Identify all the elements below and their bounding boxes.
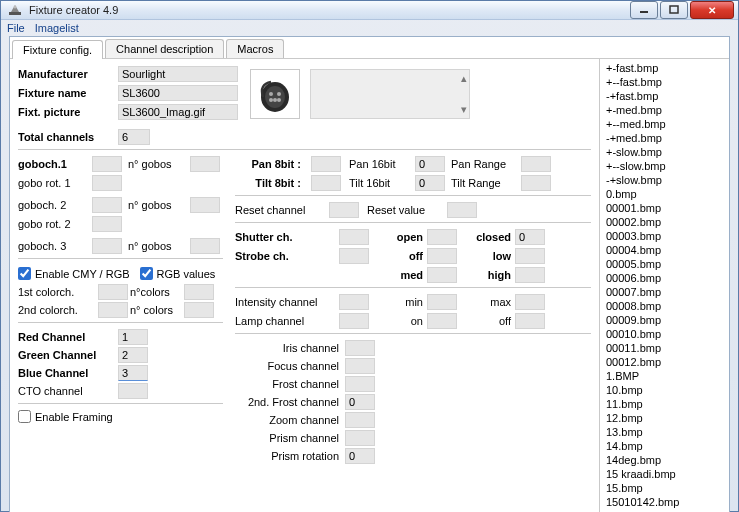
label-focus-ch: Focus channel bbox=[235, 360, 345, 372]
list-item[interactable]: 1.BMP bbox=[600, 369, 729, 383]
closed-input[interactable]: 0 bbox=[515, 229, 545, 245]
strobe-med-input[interactable] bbox=[427, 267, 457, 283]
blue-channel-input[interactable]: 3 bbox=[118, 365, 148, 381]
list-item[interactable]: 13.bmp bbox=[600, 425, 729, 439]
list-item[interactable]: 11.bmp bbox=[600, 397, 729, 411]
lamp-on-input[interactable] bbox=[427, 313, 457, 329]
reset-value-input[interactable] bbox=[447, 202, 477, 218]
tilt16-input[interactable]: 0 bbox=[415, 175, 445, 191]
ncolors2-input[interactable] bbox=[184, 302, 214, 318]
prism-ch-input[interactable] bbox=[345, 430, 375, 446]
list-item[interactable]: 00012.bmp bbox=[600, 355, 729, 369]
frost2-ch-input[interactable]: 0 bbox=[345, 394, 375, 410]
prism-rot-input[interactable]: 0 bbox=[345, 448, 375, 464]
list-item[interactable]: +--fast.bmp bbox=[600, 75, 729, 89]
pan8-input[interactable] bbox=[311, 156, 341, 172]
list-item[interactable]: 00010.bmp bbox=[600, 327, 729, 341]
menu-file[interactable]: File bbox=[7, 22, 25, 34]
list-item[interactable]: +-med.bmp bbox=[600, 103, 729, 117]
textarea-down-icon[interactable]: ▾ bbox=[461, 103, 467, 116]
list-item[interactable]: 00002.bmp bbox=[600, 215, 729, 229]
green-channel-input[interactable]: 2 bbox=[118, 347, 148, 363]
list-item[interactable]: 15010142.bmp bbox=[600, 495, 729, 509]
shutter-ch-input[interactable] bbox=[339, 229, 369, 245]
lamp-off-input[interactable] bbox=[515, 313, 545, 329]
enable-cmy-checkbox[interactable]: Enable CMY / RGB bbox=[18, 267, 130, 280]
tiltrange-input[interactable] bbox=[521, 175, 551, 191]
label-tilt16: Tilt 16bit bbox=[349, 177, 409, 189]
open-input[interactable] bbox=[427, 229, 457, 245]
list-item[interactable]: 00011.bmp bbox=[600, 341, 729, 355]
second-colorch-input[interactable] bbox=[98, 302, 128, 318]
fixt-picture-input[interactable]: SL3600_Imag.gif bbox=[118, 104, 238, 120]
enable-framing-checkbox[interactable]: Enable Framing bbox=[18, 410, 223, 423]
rgb-values-checkbox[interactable]: RGB values bbox=[140, 267, 216, 280]
strobe-high-input[interactable] bbox=[515, 267, 545, 283]
list-item[interactable]: 12.bmp bbox=[600, 411, 729, 425]
ngobos3-input[interactable] bbox=[190, 238, 220, 254]
list-item[interactable]: -+slow.bmp bbox=[600, 173, 729, 187]
list-item[interactable]: 00001.bmp bbox=[600, 201, 729, 215]
intensity-ch-input[interactable] bbox=[339, 294, 369, 310]
maximize-button[interactable] bbox=[660, 1, 688, 19]
manufacturer-input[interactable]: Sourlight bbox=[118, 66, 238, 82]
pan16-input[interactable]: 0 bbox=[415, 156, 445, 172]
goborot2-input[interactable] bbox=[92, 216, 122, 232]
list-item[interactable]: 14deg.bmp bbox=[600, 453, 729, 467]
strobe-off-input[interactable] bbox=[427, 248, 457, 264]
list-item[interactable]: 15 kraadi.bmp bbox=[600, 467, 729, 481]
strobe-ch-input[interactable] bbox=[339, 248, 369, 264]
close-button[interactable]: ✕ bbox=[690, 1, 734, 19]
list-item[interactable]: 0.bmp bbox=[600, 187, 729, 201]
list-item[interactable]: 00006.bmp bbox=[600, 271, 729, 285]
list-item[interactable]: 15.bmp bbox=[600, 481, 729, 495]
list-item[interactable]: 00007.bmp bbox=[600, 285, 729, 299]
reset-channel-input[interactable] bbox=[329, 202, 359, 218]
list-item[interactable]: 00008.bmp bbox=[600, 299, 729, 313]
list-item[interactable]: 10.bmp bbox=[600, 383, 729, 397]
list-item[interactable]: -+med.bmp bbox=[600, 131, 729, 145]
ngobos2-input[interactable] bbox=[190, 197, 220, 213]
textarea-up-icon[interactable]: ▴ bbox=[461, 72, 467, 85]
list-item[interactable]: 00009.bmp bbox=[600, 313, 729, 327]
description-textarea[interactable]: ▴▾ bbox=[310, 69, 470, 119]
goboch3-input[interactable] bbox=[92, 238, 122, 254]
fixture-name-input[interactable]: SL3600 bbox=[118, 85, 238, 101]
cto-channel-input[interactable] bbox=[118, 383, 148, 399]
minimize-button[interactable] bbox=[630, 1, 658, 19]
list-item[interactable]: 00004.bmp bbox=[600, 243, 729, 257]
goborot1-input[interactable] bbox=[92, 175, 122, 191]
tab-fixture-config[interactable]: Fixture config. bbox=[12, 40, 103, 59]
goboch1-input[interactable] bbox=[92, 156, 122, 172]
list-item[interactable]: 14.bmp bbox=[600, 439, 729, 453]
iris-ch-input[interactable] bbox=[345, 340, 375, 356]
panrange-input[interactable] bbox=[521, 156, 551, 172]
file-list[interactable]: +-fast.bmp+--fast.bmp-+fast.bmp+-med.bmp… bbox=[599, 59, 729, 512]
list-item[interactable]: 00003.bmp bbox=[600, 229, 729, 243]
focus-ch-input[interactable] bbox=[345, 358, 375, 374]
tilt8-input[interactable] bbox=[311, 175, 341, 191]
total-channels-input[interactable]: 6 bbox=[118, 129, 150, 145]
list-item[interactable]: 00005.bmp bbox=[600, 257, 729, 271]
intensity-min-input[interactable] bbox=[427, 294, 457, 310]
lamp-ch-input[interactable] bbox=[339, 313, 369, 329]
ngobos1-input[interactable] bbox=[190, 156, 220, 172]
frost-ch-input[interactable] bbox=[345, 376, 375, 392]
list-item[interactable]: +--med.bmp bbox=[600, 117, 729, 131]
zoom-ch-input[interactable] bbox=[345, 412, 375, 428]
goboch2-input[interactable] bbox=[92, 197, 122, 213]
window-title: Fixture creator 4.9 bbox=[29, 4, 630, 16]
list-item[interactable]: +-slow.bmp bbox=[600, 145, 729, 159]
list-item[interactable]: +--slow.bmp bbox=[600, 159, 729, 173]
label-ngobos2: n° gobos bbox=[128, 199, 186, 211]
tab-macros[interactable]: Macros bbox=[226, 39, 284, 58]
tab-channel-description[interactable]: Channel description bbox=[105, 39, 224, 58]
strobe-low-input[interactable] bbox=[515, 248, 545, 264]
list-item[interactable]: -+fast.bmp bbox=[600, 89, 729, 103]
list-item[interactable]: +-fast.bmp bbox=[600, 61, 729, 75]
red-channel-input[interactable]: 1 bbox=[118, 329, 148, 345]
first-colorch-input[interactable] bbox=[98, 284, 128, 300]
ncolors1-input[interactable] bbox=[184, 284, 214, 300]
menu-imagelist[interactable]: Imagelist bbox=[35, 22, 79, 34]
intensity-max-input[interactable] bbox=[515, 294, 545, 310]
